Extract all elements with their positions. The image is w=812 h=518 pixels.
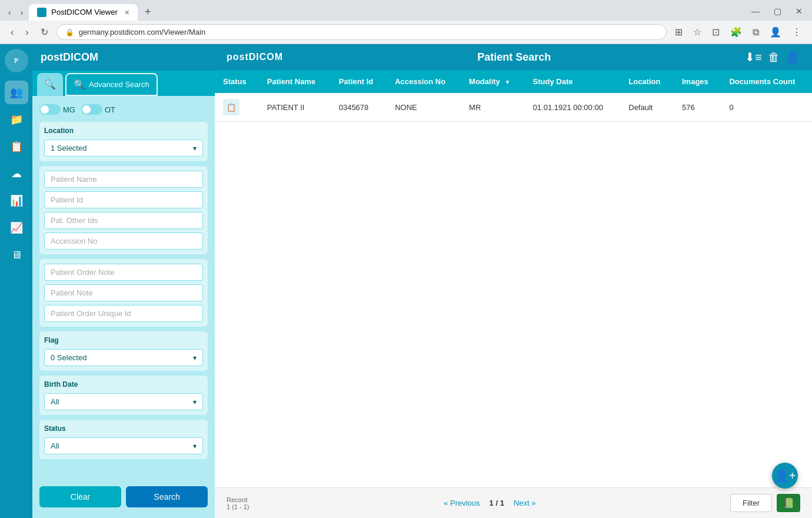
- location-select[interactable]: 1 Selected ▾: [44, 140, 203, 157]
- patient-name-input[interactable]: [44, 171, 203, 188]
- cell-patient-name: PATIENT II: [259, 93, 331, 122]
- nav-item-patients[interactable]: 👥: [5, 81, 28, 104]
- nav-item-analytics[interactable]: 📈: [5, 216, 28, 240]
- patient-fields: [39, 166, 208, 254]
- extensions-icon[interactable]: 🧩: [727, 24, 746, 40]
- col-images: Images: [674, 70, 721, 93]
- close-window-button[interactable]: ✕: [791, 5, 807, 17]
- cell-accession-no: NONE: [387, 93, 461, 122]
- search-panel: postDICOM 🔍 🔍 Advanced Search MG: [32, 44, 215, 518]
- advanced-search-tab[interactable]: 🔍 Advanced Search: [65, 73, 158, 96]
- mg-toggle-switch[interactable]: [39, 104, 61, 115]
- filter-button[interactable]: Filter: [730, 494, 772, 512]
- trash-icon[interactable]: 🗑: [768, 50, 780, 64]
- cell-status: 📋: [215, 93, 259, 122]
- status-select[interactable]: All ▾: [44, 437, 203, 454]
- maximize-button[interactable]: ▢: [769, 5, 786, 17]
- tab-forward-button[interactable]: ›: [17, 5, 27, 19]
- flag-value: 0 Selected: [51, 353, 86, 362]
- record-label: Record: [227, 496, 249, 503]
- browser-back-button[interactable]: ‹: [7, 25, 17, 40]
- location-section: Location 1 Selected ▾: [39, 122, 208, 161]
- col-status: Status: [215, 70, 259, 93]
- accession-no-input[interactable]: [44, 233, 203, 250]
- flag-section: Flag 0 Selected ▾: [39, 331, 208, 371]
- search-button[interactable]: Search: [126, 486, 208, 507]
- header-logo-area: postDICOM: [227, 52, 283, 62]
- toggle-ot[interactable]: OT: [81, 104, 115, 115]
- toggle-mg[interactable]: MG: [39, 104, 75, 115]
- browser-forward-button[interactable]: ›: [22, 25, 32, 40]
- panel-header: postDICOM: [32, 44, 215, 71]
- logo-text: P: [14, 58, 18, 64]
- modality-sort-icon: ▼: [504, 79, 510, 85]
- location-chevron-icon: ▾: [193, 144, 197, 152]
- modality-toggles: MG OT: [39, 102, 208, 117]
- nav-item-monitor[interactable]: 🖥: [5, 243, 28, 267]
- patient-id-input[interactable]: [44, 191, 203, 208]
- previous-button[interactable]: « Previous: [439, 496, 484, 510]
- advanced-search-label: Advanced Search: [89, 80, 149, 89]
- col-accession-no: Accession No: [387, 70, 461, 93]
- action-buttons: Clear Search: [39, 482, 208, 512]
- col-modality[interactable]: Modality ▼: [461, 70, 525, 93]
- nav-item-upload[interactable]: ☁: [5, 162, 28, 185]
- tab-back-button[interactable]: ‹: [5, 5, 15, 19]
- nav-item-layers[interactable]: 📋: [5, 135, 28, 158]
- clear-button[interactable]: Clear: [39, 486, 121, 507]
- sidebar-icon[interactable]: ⧉: [749, 25, 763, 40]
- excel-export-button[interactable]: 📗: [777, 494, 800, 512]
- nav-item-folder[interactable]: 📁: [5, 108, 28, 131]
- profile-icon[interactable]: 👤: [766, 24, 785, 40]
- results-table: Status Patient Name Patient Id Accession…: [215, 70, 812, 487]
- new-tab-button[interactable]: +: [140, 4, 156, 21]
- tab-close-button[interactable]: ×: [125, 8, 129, 17]
- patient-note-input[interactable]: [44, 284, 203, 301]
- cell-patient-id: 0345678: [331, 93, 387, 122]
- ot-label: OT: [105, 105, 115, 114]
- logo-label: postDICOM: [41, 51, 98, 64]
- birthdate-select[interactable]: All ▾: [44, 393, 203, 410]
- status-section: Status All ▾: [39, 420, 208, 459]
- translate-icon[interactable]: ⊞: [671, 24, 686, 40]
- user-icon[interactable]: 👤: [786, 50, 800, 64]
- active-tab: PostDICOM Viewer ×: [29, 4, 138, 21]
- flag-label: Flag: [44, 336, 203, 344]
- col-patient-id: Patient Id: [331, 70, 387, 93]
- browser-refresh-button[interactable]: ↻: [37, 24, 52, 40]
- cell-location: Default: [620, 93, 674, 122]
- header-logo: postDICOM: [227, 52, 283, 62]
- table-header-row: Status Patient Name Patient Id Accession…: [215, 70, 812, 93]
- search-tabs: 🔍 🔍 Advanced Search: [32, 71, 215, 96]
- pat-other-ids-input[interactable]: [44, 212, 203, 229]
- next-button[interactable]: Next »: [509, 496, 541, 510]
- row-icon[interactable]: 📋: [223, 99, 239, 115]
- patient-order-note-input[interactable]: [44, 264, 203, 281]
- col-study-date: Study Date: [525, 70, 621, 93]
- location-value: 1 Selected: [51, 144, 86, 152]
- add-patient-fab[interactable]: 👤+: [772, 463, 798, 489]
- screen-cast-icon[interactable]: ⊡: [708, 24, 723, 40]
- col-documents-count: Documents Count: [721, 70, 812, 93]
- menu-icon[interactable]: ⋮: [788, 24, 805, 40]
- ot-toggle-switch[interactable]: [81, 104, 102, 115]
- basic-search-tab[interactable]: 🔍: [37, 73, 63, 96]
- minimize-button[interactable]: —: [747, 5, 764, 17]
- advanced-search-icon: 🔍: [74, 79, 85, 90]
- nav-item-list[interactable]: 📊: [5, 189, 28, 212]
- address-bar[interactable]: 🔒 germany.postdicom.com/Viewer/Main: [56, 24, 667, 40]
- secure-icon: 🔒: [65, 28, 74, 36]
- birthdate-label: Birth Date: [44, 380, 203, 388]
- left-navigation: P 👥 📁 📋 ☁ 📊 📈 🖥: [0, 44, 32, 518]
- panel-content: MG OT Location 1 Selected ▾: [32, 96, 215, 518]
- patient-order-unique-id-input[interactable]: [44, 305, 203, 322]
- app-logo: P: [5, 49, 28, 72]
- url-text: germany.postdicom.com/Viewer/Main: [79, 28, 206, 36]
- bookmark-icon[interactable]: ☆: [690, 24, 705, 40]
- table-row[interactable]: 📋 PATIENT II 0345678 NONE MR 01.01.1921 …: [215, 93, 812, 122]
- flag-select[interactable]: 0 Selected ▾: [44, 349, 203, 366]
- add-patient-icon: 👤+: [774, 469, 796, 483]
- sort-icon[interactable]: ⬇≡: [745, 50, 762, 64]
- main-content: postDICOM Patient Search ⬇≡ 🗑 👤 Status: [215, 44, 812, 518]
- header-action-icons: ⬇≡ 🗑 👤: [745, 50, 800, 64]
